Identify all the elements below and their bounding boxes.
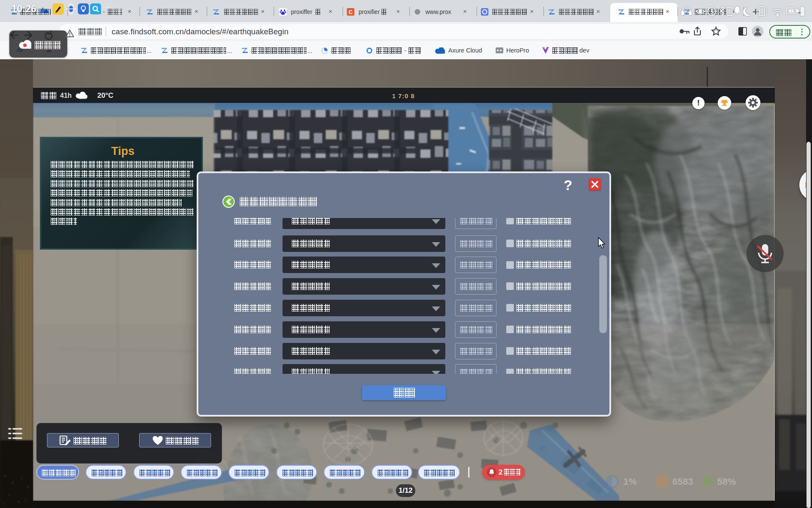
svg-text:61: 61 (789, 9, 794, 14)
svg-text:C: C (348, 9, 353, 15)
